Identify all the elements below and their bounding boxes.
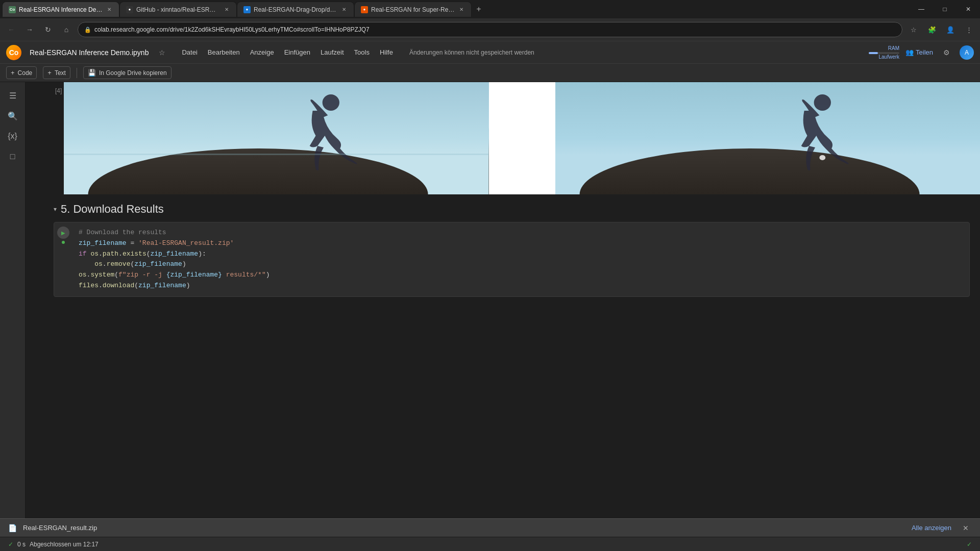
tab-favicon-colab: Co [9,6,16,13]
cell-up-btn[interactable]: ↑ [867,226,879,238]
settings-cell-button[interactable]: ⚙ [881,203,893,215]
user-avatar[interactable]: A [960,45,974,60]
url-input[interactable]: 🔒 colab.research.google.com/drive/1k2Zod… [78,22,902,37]
code-btn-label: Code [18,69,33,77]
maximize-button[interactable]: □ [933,0,957,18]
share-button[interactable]: 👥 Teilen [905,48,933,56]
drive-btn-label: In Google Drive kopieren [99,69,167,77]
code-cell-download: ▶ # Download the results zip_filename = … [54,222,970,297]
tab-favicon-github: ● [126,6,133,13]
tab-close-colab[interactable]: ✕ [106,6,113,13]
move-up-button[interactable]: ↑ [835,203,847,215]
sidebar-icon-search[interactable]: 🔍 [4,107,22,125]
close-download-bar-button[interactable]: ✕ [960,522,972,534]
collapse-arrow-icon[interactable]: ▾ [54,206,57,213]
menu-datei[interactable]: Datei [178,46,201,58]
cell-settings-btn[interactable]: ⚙ [910,226,922,238]
move-down-button[interactable]: ↓ [850,203,863,215]
tab-drag[interactable]: ● Real-ESRGAN-Drag-Drop/drag6... ✕ [237,2,354,17]
tab-github[interactable]: ● GitHub - xinntao/Real-ESRGAN... ✕ [119,2,237,17]
sidebar-icon-menu[interactable]: ☰ [4,86,22,105]
download-file-icon: 📄 [8,524,17,532]
text-btn-label: Text [55,69,66,77]
left-sidebar: ☰ 🔍 {x} □ >_ ⌨ [0,82,26,551]
tab-close-super[interactable]: ✕ [458,6,465,13]
lock-icon: 🔒 [84,27,91,33]
profile-button[interactable]: 👤 [943,22,958,37]
image-cell-wrapper: [4] [26,82,980,194]
svg-point-6 [814,94,830,111]
svg-point-7 [819,155,825,160]
bookmark-button[interactable]: ☆ [906,22,921,37]
close-button[interactable]: ✕ [957,0,980,18]
status-connected-icon: ✓ [967,541,972,548]
copy-cell-button[interactable]: □ [896,203,909,215]
status-completed: Abgeschlossen um 12:17 [30,541,99,548]
new-tab-button[interactable]: + [472,2,486,16]
copy-to-drive-button[interactable]: 💾 In Google Drive kopieren [83,66,172,79]
menu-laufzeit[interactable]: Laufzeit [316,46,348,58]
download-bar: 📄 Real-ESRGAN_result.zip Alle anzeigen ✕ [0,518,980,537]
cell-link-btn[interactable]: 🔗 [896,226,908,238]
svg-rect-3 [64,154,489,155]
cell-down-btn[interactable]: ↓ [881,226,894,238]
colab-logo: Co [6,45,21,60]
code-line-5: os.system(f"zip -r -j {zip_filename} res… [79,270,963,281]
tab-close-github[interactable]: ✕ [223,6,230,13]
colab-menu-bar: Co Real-ESRGAN Inference Demo.ipynb ☆ Da… [0,41,980,63]
ram-disk-indicator[interactable]: RAM Laufwerk [869,45,899,60]
cell-copy-btn[interactable]: □ [924,226,937,238]
code-editor[interactable]: # Download the results zip_filename = 'R… [72,222,969,296]
tab-favicon-drag: ● [243,6,251,13]
tab-super[interactable]: ● Real-ESRGAN for Super-Resolut... ✕ [354,2,472,17]
people-icon: 👥 [905,48,914,56]
tab-label-colab: Real-ESRGAN Inference Demo.i... [19,6,103,13]
add-text-button[interactable]: + Text [43,66,70,79]
star-icon[interactable]: ☆ [159,48,165,57]
settings-menu-button[interactable]: ⋮ [962,22,976,37]
back-button[interactable]: ← [4,22,18,37]
menu-anzeige[interactable]: Anzeige [246,46,278,58]
download-filename: Real-ESRGAN_result.zip [23,524,97,532]
code-line-3: if os.path.exists(zip_filename): [79,249,963,260]
tab-label-super: Real-ESRGAN for Super-Resolut... [371,6,455,13]
code-cell-wrapper: ▶ # Download the results zip_filename = … [26,222,980,297]
tab-colab[interactable]: Co Real-ESRGAN Inference Demo.i... ✕ [2,2,119,17]
unsaved-warning: Änderungen können nicht gespeichert werd… [409,49,534,56]
menu-bearbeiten[interactable]: Bearbeiten [204,46,244,58]
forward-button[interactable]: → [22,22,37,37]
section-header-download[interactable]: ▾ 5. Download Results ↑ ↓ 🔗 ⚙ □ 🗑 ⋮ [26,194,980,220]
menu-einfuegen[interactable]: Einfügen [280,46,314,58]
more-cell-button[interactable]: ⋮ [927,203,939,215]
window-controls: — □ ✕ [910,0,980,18]
address-bar: ← → ↻ ⌂ 🔒 colab.research.google.com/driv… [0,18,980,41]
menu-hilfe[interactable]: Hilfe [376,46,397,58]
show-all-downloads-button[interactable]: Alle anzeigen [908,523,955,533]
run-cell-button[interactable]: ▶ [57,227,69,239]
sidebar-icon-variables[interactable]: {x} [4,127,22,145]
ram-bar-fill [869,52,878,54]
cell-number-4: [4] [55,87,62,94]
cell-delete-btn[interactable]: 🗑 [939,226,951,238]
section-title-download: 5. Download Results [61,203,164,216]
extensions-button[interactable]: 🧩 [925,22,939,37]
delete-cell-button[interactable]: 🗑 [912,203,924,215]
cell-more-btn[interactable]: ⋮ [953,226,965,238]
minimize-button[interactable]: — [910,0,933,18]
link-button[interactable]: 🔗 [866,203,878,215]
status-check-icon: ✓ [8,541,13,548]
tab-favicon-super: ● [361,6,368,13]
reload-button[interactable]: ↻ [41,22,55,37]
sidebar-icon-files[interactable]: □ [4,147,22,166]
image-left-panel [64,82,489,194]
svg-point-2 [323,94,339,111]
settings-button[interactable]: ⚙ [939,45,953,60]
home-button[interactable]: ⌂ [59,22,74,37]
empty-space [26,299,980,401]
add-code-button[interactable]: + Code [6,66,37,79]
image-comparison-area [64,82,980,194]
menu-tools[interactable]: Tools [350,46,374,58]
image-right-panel [555,82,981,194]
disk-label: Laufwerk [878,54,899,60]
tab-close-drag[interactable]: ✕ [340,6,348,13]
